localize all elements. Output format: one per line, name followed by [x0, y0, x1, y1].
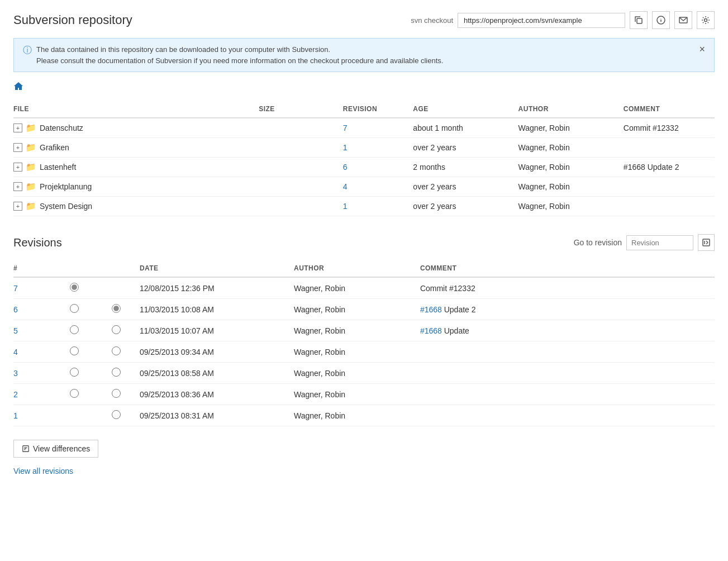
from-revision-radio[interactable] — [70, 389, 79, 398]
revision-link[interactable]: 6 — [343, 163, 348, 172]
revision-author: Wagner, Robin — [294, 384, 420, 405]
info-banner-content: ⓘ The data contained in this repository … — [23, 44, 443, 66]
copy-url-button[interactable] — [630, 11, 648, 29]
svg-point-3 — [661, 18, 662, 19]
from-revision-radio[interactable] — [70, 304, 79, 313]
file-name-link[interactable]: Projektplanung — [40, 182, 92, 191]
svg-line-9 — [706, 243, 708, 244]
revision-link[interactable]: 1 — [343, 202, 348, 211]
revision-num-link[interactable]: 7 — [13, 284, 18, 293]
checkout-url-input[interactable] — [458, 13, 625, 28]
file-author: Wagner, Robin — [518, 118, 624, 138]
table-row: + 📁 Datenschutz 7 about 1 month Wagner, … — [13, 118, 715, 138]
revision-author: Wagner, Robin — [294, 320, 420, 341]
expand-folder-button[interactable]: + — [13, 202, 22, 211]
revision-link[interactable]: 1 — [343, 143, 348, 152]
svg-line-8 — [706, 241, 708, 243]
revision-num-link[interactable]: 2 — [13, 390, 18, 399]
revision-author: Wagner, Robin — [294, 363, 420, 384]
to-revision-radio[interactable] — [112, 389, 121, 398]
revision-num-link[interactable]: 5 — [13, 326, 18, 335]
go-to-revision-button[interactable] — [698, 234, 715, 251]
info-banner-text: The data contained in this repository ca… — [36, 44, 443, 66]
rev-col-header-radio1 — [55, 260, 97, 277]
revisions-title: Revisions — [13, 236, 62, 249]
to-revision-radio[interactable] — [112, 325, 121, 334]
file-comment — [624, 177, 715, 197]
expand-folder-button[interactable]: + — [13, 143, 22, 152]
revision-link[interactable]: 4 — [343, 182, 348, 191]
col-header-revision: REVISION — [343, 101, 413, 118]
file-age: over 2 years — [413, 177, 518, 197]
revision-link[interactable]: 7 — [343, 123, 348, 132]
file-name-link[interactable]: Grafiken — [40, 143, 69, 152]
comment-issue-link[interactable]: #1668 — [420, 326, 442, 335]
revision-author: Wagner, Robin — [294, 277, 420, 299]
revision-row: 6 11/03/2015 10:08 AM Wagner, Robin #166… — [13, 299, 715, 320]
file-table: FILE SIZE REVISION AGE AUTHOR COMMENT + … — [13, 101, 715, 216]
revision-date: 09/25/2013 08:58 AM — [140, 363, 294, 384]
home-link[interactable] — [13, 81, 23, 94]
revision-date: 09/25/2013 08:31 AM — [140, 405, 294, 426]
info-button[interactable] — [652, 11, 670, 29]
file-size — [259, 158, 343, 177]
view-all-revisions-link[interactable]: View all revisions — [13, 467, 73, 476]
expand-folder-button[interactable]: + — [13, 182, 22, 191]
file-age: over 2 years — [413, 138, 518, 158]
comment-issue-link[interactable]: #1668 — [420, 305, 442, 314]
to-revision-radio[interactable] — [112, 410, 121, 419]
comment-text: Update 2 — [442, 305, 476, 314]
file-revision: 7 — [343, 118, 413, 138]
file-comment — [624, 138, 715, 158]
revision-num-link[interactable]: 1 — [13, 411, 18, 420]
radio-to-cell — [98, 299, 140, 320]
file-name-link[interactable]: Datenschutz — [40, 123, 83, 132]
from-revision-radio[interactable] — [70, 368, 79, 377]
rev-col-header-comment: COMMENT — [420, 260, 715, 277]
revision-num-link[interactable]: 4 — [13, 348, 18, 356]
revision-row: 4 09/25/2013 09:34 AM Wagner, Robin — [13, 341, 715, 363]
revision-comment — [420, 384, 715, 405]
radio-to-cell — [98, 363, 140, 384]
checkout-label: svn checkout — [411, 16, 453, 25]
info-circle-icon: ⓘ — [23, 45, 32, 56]
to-revision-radio[interactable] — [112, 346, 121, 355]
file-size — [259, 177, 343, 197]
from-revision-radio[interactable] — [70, 325, 79, 334]
to-revision-radio[interactable] — [112, 304, 121, 313]
svg-point-5 — [705, 19, 707, 22]
close-banner-button[interactable]: × — [699, 44, 705, 54]
file-name-link[interactable]: System Design — [40, 202, 92, 211]
revision-num-link[interactable]: 6 — [13, 305, 18, 314]
folder-icon: 📁 — [26, 201, 36, 211]
email-button[interactable] — [674, 11, 692, 29]
revision-input[interactable] — [626, 235, 693, 250]
folder-icon: 📁 — [26, 123, 36, 133]
col-header-author: AUTHOR — [518, 101, 624, 118]
revision-comment: Commit #12332 — [420, 277, 715, 299]
revision-num-link[interactable]: 3 — [13, 369, 18, 378]
file-author: Wagner, Robin — [518, 138, 624, 158]
page-header: Subversion repository svn checkout — [13, 11, 715, 29]
revision-comment — [420, 341, 715, 363]
revisions-table: # DATE AUTHOR COMMENT 7 12/08/2015 12:36… — [13, 260, 715, 426]
radio-from-cell — [55, 299, 97, 320]
from-revision-radio[interactable] — [70, 346, 79, 355]
revision-number: 4 — [13, 341, 55, 363]
file-revision: 1 — [343, 197, 413, 216]
radio-from-cell — [55, 405, 97, 426]
view-differences-button[interactable]: View differences — [13, 440, 98, 458]
file-revision: 1 — [343, 138, 413, 158]
file-age: 2 months — [413, 158, 518, 177]
settings-button[interactable] — [697, 11, 715, 29]
revision-comment — [420, 363, 715, 384]
file-comment — [624, 197, 715, 216]
folder-icon: 📁 — [26, 142, 36, 153]
to-revision-radio[interactable] — [112, 368, 121, 377]
expand-folder-button[interactable]: + — [13, 123, 22, 132]
table-row: + 📁 Lastenheft 6 2 months Wagner, Robin … — [13, 158, 715, 177]
expand-folder-button[interactable]: + — [13, 163, 22, 172]
from-revision-radio[interactable] — [70, 283, 79, 292]
file-name-link[interactable]: Lastenheft — [40, 163, 76, 172]
radio-from-cell — [55, 277, 97, 299]
